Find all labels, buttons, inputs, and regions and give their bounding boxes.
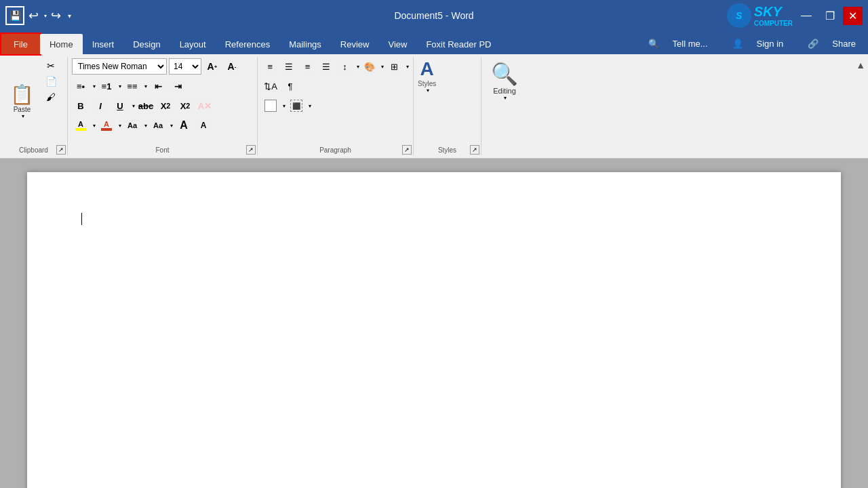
paragraph-label: Paragraph [258, 146, 413, 154]
tab-insert[interactable]: Insert [83, 34, 124, 54]
collapse-ribbon-button[interactable]: ▲ [853, 57, 868, 73]
sky-logo: S SKY COMPUTER [727, 3, 793, 28]
tab-view[interactable]: View [378, 34, 416, 54]
align-left-button[interactable]: ≡ [262, 58, 279, 75]
underline-dropdown[interactable]: ▾ [132, 103, 135, 109]
text-effects-button[interactable]: Aa [123, 117, 141, 134]
tab-mailings[interactable]: Mailings [279, 34, 331, 54]
decrease-font-size-button[interactable]: A- [223, 58, 241, 75]
text-highlight-button[interactable]: A [72, 117, 90, 134]
strikethrough-button[interactable]: abc [137, 98, 155, 114]
multilevel-button[interactable]: ≡≡ [123, 78, 141, 94]
document-title: Document5 - Word [394, 10, 473, 21]
underline-button[interactable]: U [111, 98, 129, 114]
computer-brand-text: COMPUTER [754, 20, 793, 27]
text-cursor [81, 213, 82, 225]
bold-button[interactable]: B [72, 98, 90, 114]
tab-layout[interactable]: Layout [170, 34, 216, 54]
ribbon-tabs: File Home Insert Design Layout Reference… [0, 31, 868, 54]
superscript-button[interactable]: X2 [176, 98, 194, 114]
multilevel-dropdown[interactable]: ▾ [144, 83, 147, 89]
share-icon: 🔗 [802, 36, 824, 52]
big-font-btn2[interactable]: A [195, 117, 212, 134]
document-area[interactable] [0, 159, 868, 488]
text-shading-button[interactable]: ⬛ [288, 98, 305, 114]
paragraph-expand[interactable]: ↗ [402, 145, 412, 155]
styles-icon: A Styles ▾ [418, 58, 436, 103]
borders-button[interactable]: ⊞ [386, 58, 403, 75]
clipboard-group: 📋 Paste ▾ ✂ 📄 🖌 Clipboard ↗ [0, 57, 68, 155]
paste-icon: 📋 [10, 83, 34, 106]
styles-button[interactable]: Styles [418, 80, 436, 87]
highlight-dropdown[interactable]: ▾ [93, 123, 96, 129]
numbering-dropdown[interactable]: ▾ [119, 83, 121, 89]
increase-font-size-button[interactable]: A+ [203, 58, 221, 75]
line-spacing-dropdown[interactable]: ▾ [357, 64, 359, 70]
qat-customize[interactable]: ▾ [68, 12, 71, 20]
change-case-button[interactable]: Aa [149, 117, 167, 134]
title-bar-right: S SKY COMPUTER — ❐ ✕ [727, 3, 863, 28]
font-color-button[interactable]: A [98, 117, 115, 134]
bullets-button[interactable]: ≡• [72, 78, 90, 94]
numbering-button[interactable]: ≡1 [98, 78, 115, 94]
paragraph-group: ≡ ☰ ≡ ☰ ↕ ▾ 🎨 ▾ ⊞ ▾ ⇅A ¶ ▾ [258, 57, 414, 155]
styles-dropdown[interactable]: ▾ [427, 87, 429, 94]
tab-references[interactable]: References [216, 34, 279, 54]
person-icon: 👤 [727, 36, 749, 52]
sign-in-button[interactable]: 👤 Sign in [722, 33, 795, 54]
subscript-button[interactable]: X2 [157, 98, 174, 114]
font-label: Font [68, 146, 257, 154]
title-bar-left: 💾 ↩ ▾ ↪ ▾ [5, 6, 71, 25]
close-button[interactable]: ✕ [843, 7, 863, 25]
paste-button[interactable]: 📋 Paste ▾ [4, 58, 40, 144]
redo-button[interactable]: ↪ [51, 8, 61, 23]
italic-button[interactable]: I [92, 98, 109, 114]
tab-foxit[interactable]: Foxit Reader PD [416, 34, 500, 54]
tab-home[interactable]: Home [40, 34, 83, 54]
search-magnify-icon: 🔍 [491, 61, 518, 87]
decrease-indent-button[interactable]: ⇤ [149, 78, 167, 94]
align-justify-button[interactable]: ☰ [318, 58, 335, 75]
restore-button[interactable]: ❐ [820, 7, 840, 25]
char-highlight-dropdown[interactable]: ▾ [283, 103, 285, 109]
big-font-btn1[interactable]: A [175, 117, 193, 134]
bullets-dropdown[interactable]: ▾ [93, 83, 96, 89]
tab-review[interactable]: Review [331, 34, 379, 54]
editing-button[interactable]: Editing [493, 87, 516, 95]
align-right-button[interactable]: ≡ [299, 58, 316, 75]
format-painter-button[interactable]: 🖌 [41, 89, 60, 104]
tell-me-button[interactable]: 🔍 Tell me... [637, 33, 719, 54]
show-formatting-button[interactable]: ¶ [281, 78, 299, 94]
char-highlight-button[interactable] [262, 98, 279, 114]
document-page[interactable] [27, 172, 841, 488]
align-center-button[interactable]: ☰ [281, 58, 298, 75]
increase-indent-button[interactable]: ⇥ [169, 78, 186, 94]
font-expand[interactable]: ↗ [246, 145, 256, 155]
shading-button[interactable]: 🎨 [361, 58, 378, 75]
change-case-dropdown[interactable]: ▾ [170, 123, 173, 129]
text-shading-dropdown[interactable]: ▾ [309, 103, 311, 109]
tab-design[interactable]: Design [123, 34, 170, 54]
font-color-dropdown[interactable]: ▾ [119, 123, 121, 129]
borders-dropdown[interactable]: ▾ [406, 64, 409, 70]
font-size-select[interactable]: 14 8 10 12 16 18 20 [169, 58, 201, 75]
cut-button[interactable]: ✂ [41, 58, 60, 73]
copy-button[interactable]: 📄 [41, 74, 60, 89]
clipboard-expand[interactable]: ↗ [56, 145, 66, 155]
undo-button[interactable]: ↩ [28, 8, 39, 23]
right-tabs: 🔍 Tell me... 👤 Sign in 🔗 Share [637, 33, 867, 54]
editing-dropdown[interactable]: ▾ [504, 95, 507, 101]
share-button[interactable]: 🔗 Share [797, 33, 867, 54]
save-button[interactable]: 💾 [5, 6, 24, 25]
minimize-button[interactable]: — [795, 7, 817, 24]
undo-dropdown[interactable]: ▾ [44, 13, 47, 19]
clear-formatting-button[interactable]: A✕ [196, 98, 214, 114]
styles-expand[interactable]: ↗ [470, 145, 479, 155]
sort-button[interactable]: ⇅A [262, 78, 279, 94]
text-effects-dropdown[interactable]: ▾ [144, 123, 147, 129]
font-name-select[interactable]: Times New Roman Arial Calibri [72, 58, 167, 75]
line-spacing-button[interactable]: ↕ [336, 58, 353, 75]
shading-dropdown[interactable]: ▾ [381, 64, 384, 70]
tab-file[interactable]: File [1, 34, 40, 54]
ribbon: 📋 Paste ▾ ✂ 📄 🖌 Clipboard ↗ Times New Ro… [0, 54, 868, 159]
